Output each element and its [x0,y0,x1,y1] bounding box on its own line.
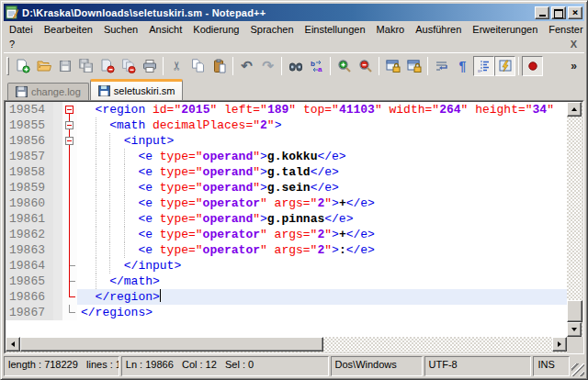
new-file-button[interactable] [12,56,33,76]
indent-guide-line [96,274,110,289]
status-panel-encoding: UTF-8 [424,356,532,376]
code-line-19863[interactable]: 19863<e type="operator" args="2">:</e> [6,242,567,258]
toolbar-overflow-chevron[interactable]: » [571,60,577,73]
code-line-19864[interactable]: 19864</input> [6,258,567,274]
find-button[interactable] [285,56,306,76]
bookmark-margin[interactable] [53,289,62,305]
close-button[interactable]: × [568,6,582,19]
fold-margin[interactable] [62,102,77,117]
menu-item-ansicht[interactable]: Ansicht [143,23,187,36]
print-button[interactable] [139,56,160,76]
code-text: <input> [77,133,567,149]
fold-margin[interactable] [62,133,77,149]
bookmark-margin[interactable] [53,164,62,180]
bookmark-margin[interactable] [53,149,62,164]
minimize-button[interactable] [535,6,549,19]
sync-horizontal-icon [407,59,422,73]
sync-horizontal-button[interactable] [403,56,424,76]
title-bar[interactable]: D:\Kraska\Downloads\seletuskiri.sm - Not… [4,4,584,21]
open-folder-button[interactable] [33,56,54,76]
fold-margin[interactable] [62,117,77,133]
code-line-19857[interactable]: 19857<e type="operand">g.kokku</e> [6,149,567,164]
save-button[interactable] [54,56,75,76]
menu-item-datei[interactable]: Datei [4,23,39,36]
bookmark-margin[interactable] [53,242,62,258]
show-all-chars-button[interactable]: ¶ [452,56,473,76]
menu-item-sprachen[interactable]: Sprachen [244,23,299,36]
code-line-19865[interactable]: 19865</math> [6,274,567,289]
cut-button[interactable]: ✂ [166,56,187,76]
vertical-scroll-thumb[interactable] [567,300,582,322]
fold-margin[interactable] [62,211,77,227]
horizontal-scrollbar[interactable] [6,337,567,352]
bookmark-margin[interactable] [53,274,62,289]
code-area[interactable]: 19854<region id="2015" left="189" top="4… [6,102,567,337]
bookmark-margin[interactable] [53,196,62,211]
code-line-19862[interactable]: 19862<e type="operator" args="2">+</e> [6,227,567,242]
indent-guide-button[interactable] [473,56,494,76]
fold-margin[interactable] [62,305,77,320]
zoom-in-button[interactable] [334,56,355,76]
code-line-19856[interactable]: 19856<input> [6,133,567,149]
scroll-down-button[interactable] [567,322,582,337]
close-all-button[interactable] [118,56,139,76]
function-list-button[interactable] [494,56,515,76]
bookmark-margin[interactable] [53,117,62,133]
zoom-out-button[interactable] [355,56,376,76]
save-all-button[interactable] [75,56,96,76]
fold-margin[interactable] [62,274,77,289]
bookmark-margin[interactable] [53,305,62,320]
code-line-19854[interactable]: 19854<region id="2015" left="189" top="4… [6,102,567,117]
menu-item-help[interactable]: ? [4,38,20,50]
tab-seletuskiri-sm[interactable]: seletuskiri.sm [90,79,184,100]
scroll-right-button[interactable] [552,337,567,352]
menu-item-einstellungen[interactable]: Einstellungen [300,23,371,36]
menu-item-bearbeiten[interactable]: Bearbeiten [39,23,98,36]
fold-margin[interactable] [62,149,77,164]
fold-margin[interactable] [62,242,77,258]
code-line-19855[interactable]: 19855<math decimalPlaces="2"> [6,117,567,133]
code-line-19859[interactable]: 19859<e type="operand">g.sein</e> [6,180,567,196]
fold-margin[interactable] [62,164,77,180]
bookmark-margin[interactable] [53,227,62,242]
code-line-19860[interactable]: 19860<e type="operator" args="2">+</e> [6,196,567,211]
word-wrap-button[interactable] [431,56,452,76]
menu-item-erweiterungen[interactable]: Erweiterungen [467,23,543,36]
fold-margin[interactable] [62,289,77,305]
bookmark-margin[interactable] [53,258,62,274]
bookmark-margin[interactable] [53,180,62,196]
menu-close-doc-button[interactable]: X [563,39,584,50]
code-line-19866[interactable]: 19866</region> [6,289,567,305]
paste-button[interactable] [209,56,230,76]
undo-button[interactable]: ↶ [236,56,257,76]
fold-margin[interactable] [62,180,77,196]
bookmark-margin[interactable] [53,211,62,227]
copy-button[interactable] [187,56,209,76]
fold-margin[interactable] [62,258,77,274]
tab-change-log[interactable]: change.log [7,83,89,100]
scroll-up-button[interactable] [567,102,582,117]
menu-item-ausf-hren[interactable]: Ausführen [410,23,467,36]
replace-button[interactable]: ba [306,56,327,76]
menu-item-kodierung[interactable]: Kodierung [187,23,244,36]
menu-item-suchen[interactable]: Suchen [98,23,143,36]
code-line-19858[interactable]: 19858<e type="operand">g.tald</e> [6,164,567,180]
toolbar-grip[interactable] [6,57,9,75]
fold-margin[interactable] [62,227,77,242]
bookmark-margin[interactable] [53,133,62,149]
scroll-left-button[interactable] [6,337,20,352]
maximize-button[interactable] [551,6,566,19]
code-line-19861[interactable]: 19861<e type="operand">g.pinnas</e> [6,211,567,227]
fold-margin[interactable] [62,196,77,211]
macro-record-button[interactable] [522,56,543,76]
code-line-19867[interactable]: 19867</regions> [6,305,567,320]
menu-item-fenster[interactable]: Fenster [543,23,588,36]
bookmark-margin[interactable] [53,102,62,117]
horizontal-scroll-thumb[interactable] [20,337,323,352]
redo-button[interactable]: ↷ [257,56,278,76]
sync-vertical-button[interactable] [382,56,403,76]
close-doc-button[interactable] [96,56,118,76]
vertical-scrollbar[interactable] [567,102,582,337]
menu-item-makro[interactable]: Makro [371,23,411,36]
resize-grip[interactable] [571,363,584,376]
